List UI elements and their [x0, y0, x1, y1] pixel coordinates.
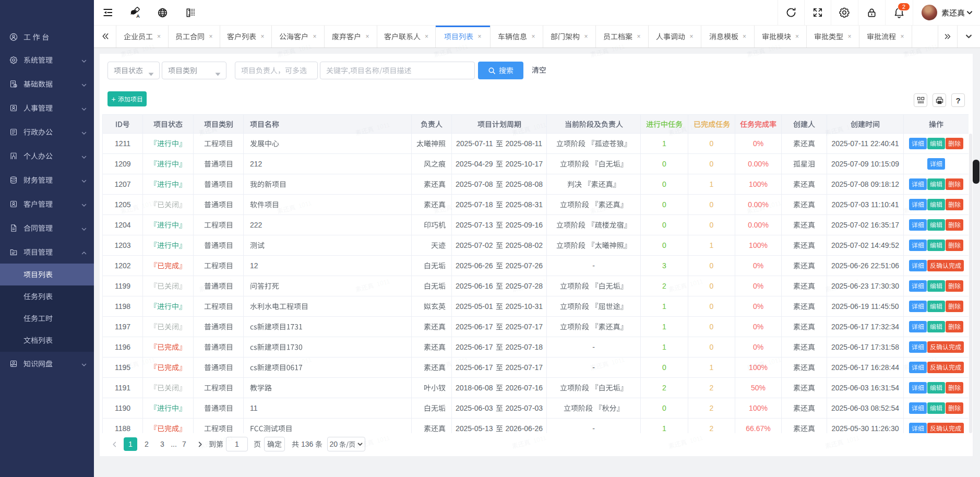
- svg-text:A: A: [136, 14, 140, 19]
